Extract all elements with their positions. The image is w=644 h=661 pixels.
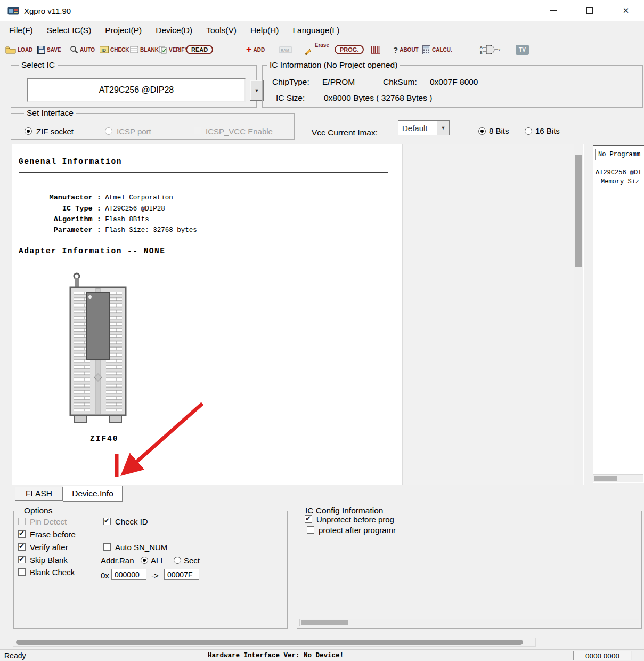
vcc-imax-label: Vcc Current Imax: xyxy=(312,128,378,138)
pin-detect-checkbox[interactable] xyxy=(18,518,26,525)
close-button[interactable]: ✕ xyxy=(608,0,644,21)
menu-project[interactable]: Project(P) xyxy=(98,23,149,37)
chksum-value: 0x007F 8000 xyxy=(430,77,478,87)
zif-socket-radio[interactable] xyxy=(25,127,32,135)
floppy-icon xyxy=(37,46,45,54)
calculator-button[interactable]: CALCU. xyxy=(422,43,452,57)
read-button[interactable]: READ xyxy=(186,43,213,57)
ic-config-group-label: IC Config Information xyxy=(303,506,386,515)
ram-button[interactable]: RAM xyxy=(279,43,292,57)
prog-button[interactable]: PROG. xyxy=(335,43,364,57)
auto-button[interactable]: AUTO xyxy=(70,43,95,57)
programmer-info-panel: No Programm AT29C256 @DI Memory Siz xyxy=(593,145,644,483)
skip-blank-checkbox[interactable] xyxy=(18,556,26,563)
check-id-button[interactable]: ID CHECK xyxy=(100,43,129,57)
16bits-radio[interactable] xyxy=(525,127,532,135)
status-ready-text: Ready xyxy=(4,651,26,660)
logic-gate-icon: A B Y xyxy=(479,44,502,55)
tab-flash[interactable]: FLASH xyxy=(15,487,63,501)
pin-test-button[interactable] xyxy=(370,43,381,57)
panel-vertical-scrollbar[interactable] xyxy=(574,144,583,485)
auto-sn-checkbox[interactable] xyxy=(103,543,111,551)
minimize-button[interactable] xyxy=(535,0,572,21)
ram-chip-icon: RAM xyxy=(279,46,292,54)
maximize-button[interactable] xyxy=(572,0,608,21)
tab-device-info[interactable]: Device.Info xyxy=(63,486,123,502)
icsize-label: IC Size: xyxy=(276,93,305,103)
icsize-value: 0x8000 Bytes ( 32768 Bytes ) xyxy=(324,93,432,103)
ic-combobox[interactable]: AT29C256 @DIP28 xyxy=(27,78,246,102)
unprotect-checkbox[interactable] xyxy=(305,515,312,523)
icsp-vcc-checkbox[interactable] xyxy=(194,127,201,134)
tv-out-button[interactable]: TV xyxy=(516,43,529,57)
addr-start-input[interactable] xyxy=(111,569,146,580)
erase-label: Erase xyxy=(315,42,329,48)
statusbar: Ready Hardware Interface Ver: No Device!… xyxy=(0,649,644,661)
erase-button[interactable]: Erase xyxy=(304,43,329,57)
main-horizontal-scrollbar[interactable] xyxy=(13,638,536,647)
blank-button[interactable]: BLANK xyxy=(130,43,159,57)
ic-config-hscrollbar[interactable] xyxy=(299,619,639,626)
folder-open-icon xyxy=(5,46,16,54)
right-panel-memory-size: Memory Siz xyxy=(601,178,639,186)
menu-language[interactable]: Language(L) xyxy=(286,23,346,37)
ic-pins-comb-icon xyxy=(370,45,381,54)
pencil-icon xyxy=(304,48,312,57)
blank-check-checkbox[interactable] xyxy=(18,568,26,576)
menu-help[interactable]: Help(H) xyxy=(243,23,286,37)
check-label: CHECK xyxy=(110,47,129,53)
load-button[interactable]: LOAD xyxy=(5,43,32,57)
auto-label: AUTO xyxy=(80,47,95,53)
chiptype-label: ChipType: xyxy=(272,77,309,87)
addr-sect-radio[interactable] xyxy=(174,557,181,564)
verify-after-checkbox[interactable] xyxy=(18,543,26,551)
verify-button[interactable]: VERIFY xyxy=(159,43,188,57)
blank-check-label: Blank Check xyxy=(30,568,75,577)
menu-device[interactable]: Device(D) xyxy=(149,23,199,37)
erase-before-checkbox[interactable] xyxy=(18,530,26,538)
ic-information-group: IC Information (No Project opened) ChipT… xyxy=(262,65,643,108)
general-info-heading: Genenal Information xyxy=(19,157,122,166)
programmer-status-box: No Programm xyxy=(595,149,644,160)
question-icon: ? xyxy=(393,45,398,54)
icsp-port-radio[interactable] xyxy=(105,127,112,135)
about-button[interactable]: ? ABOUT xyxy=(393,43,419,57)
menu-select-ic[interactable]: Select IC(S) xyxy=(40,23,99,37)
ic-config-hscroll-thumb[interactable] xyxy=(301,620,348,625)
addr-all-radio[interactable] xyxy=(141,557,148,564)
protect-checkbox[interactable] xyxy=(307,526,314,534)
menu-file[interactable]: File(F) xyxy=(2,23,40,37)
panel-vscroll-thumb[interactable] xyxy=(575,155,582,267)
info-row-label: Parameter : xyxy=(50,226,101,234)
svg-text:Y: Y xyxy=(498,48,501,52)
logic-gate-button[interactable]: A B Y xyxy=(479,43,502,57)
calculator-icon xyxy=(422,45,430,54)
icsp-vcc-label: ICSP_VCC Enable xyxy=(206,127,273,136)
right-panel-hscrollbar[interactable] xyxy=(593,474,643,482)
erase-before-label: Erase before xyxy=(30,530,76,539)
8bits-radio[interactable] xyxy=(478,127,486,135)
skip-blank-label: Skip Blank xyxy=(30,555,68,565)
panel-empty-area xyxy=(402,144,574,485)
icsp-port-label: ICSP port xyxy=(117,127,151,136)
menu-tools[interactable]: Tools(V) xyxy=(199,23,243,37)
check-id-checkbox[interactable] xyxy=(103,518,111,525)
save-button[interactable]: SAVE xyxy=(37,43,61,57)
right-panel-hscroll-thumb[interactable] xyxy=(594,476,617,481)
16bits-label: 16 Bits xyxy=(535,126,560,135)
maximize-icon xyxy=(586,7,593,14)
addr-end-input[interactable] xyxy=(164,569,199,580)
vcc-imax-select[interactable]: Default ▼ xyxy=(398,120,450,135)
programmer-status-text: No Programm xyxy=(598,151,640,158)
options-group: Options Pin Detect Erase before Verify a… xyxy=(13,511,288,629)
add-button[interactable]: + ADD xyxy=(246,43,265,57)
addr-sect-label: Sect xyxy=(184,556,200,565)
vcc-dropdown-arrow-icon: ▼ xyxy=(437,121,449,135)
main-hscroll-thumb[interactable] xyxy=(16,640,523,645)
protect-label: protect after programr xyxy=(319,526,396,535)
verify-label: VERIFY xyxy=(169,47,188,53)
select-ic-group-label: Select IC xyxy=(19,60,58,70)
read-label: READ xyxy=(186,45,213,54)
pin-detect-label: Pin Detect xyxy=(30,517,67,526)
id-card-icon: ID xyxy=(100,46,109,53)
